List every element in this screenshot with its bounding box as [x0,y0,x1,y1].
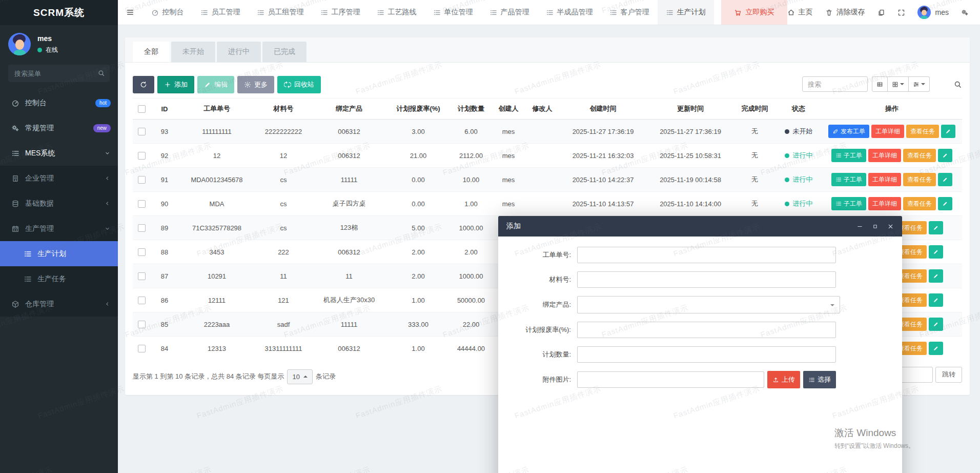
sidebar-item-MES系统[interactable]: MES系统 [0,141,118,166]
sidebar-item-生产计划[interactable]: 生产计划 [0,241,118,266]
export-button[interactable] [909,76,930,92]
doc-button[interactable] [877,9,885,16]
sidebar-item-生产管理[interactable]: 生产管理 [0,216,118,241]
field-input[interactable] [577,322,836,338]
sidebar-item-控制台[interactable]: 控制台hot [0,90,118,115]
task-button[interactable]: 查看任务 [906,125,939,138]
task-button[interactable]: 查看任务 [903,149,936,162]
sub-button[interactable]: 子工单 [831,173,866,186]
close-icon[interactable] [887,223,894,230]
column-header-创建时间[interactable]: 创建时间 [559,98,647,120]
add-button[interactable]: 添加 [157,76,194,93]
sub-button[interactable]: 子工单 [831,149,866,162]
top-tab-生产计划[interactable]: 生产计划 [658,0,714,25]
buy-now-button[interactable]: 立即购买 [721,0,787,25]
sidebar-item-仓库管理[interactable]: 仓库管理 [0,291,118,317]
top-tab-单位管理[interactable]: 单位管理 [425,0,481,25]
row-checkbox[interactable] [138,272,146,280]
column-header-ID[interactable]: ID [150,98,179,120]
task-button[interactable]: 查看任务 [903,173,936,186]
row-checkbox[interactable] [138,200,146,208]
row-checkbox[interactable] [138,321,146,328]
hamburger-icon[interactable] [118,0,143,25]
page-jump-button[interactable]: 跳转 [935,367,962,383]
home-button[interactable]: 主页 [787,8,813,17]
column-header-绑定产品[interactable]: 绑定产品 [312,98,386,120]
row-checkbox[interactable] [138,128,146,135]
sidebar-item-常规管理[interactable]: 常规管理new [0,115,118,141]
column-header-材料号[interactable]: 材料号 [255,98,312,120]
menu-search-input[interactable] [8,65,110,82]
top-tab-工艺路线[interactable]: 工艺路线 [369,0,425,25]
edit-button[interactable]: 编辑 [197,76,234,93]
row-checkbox[interactable] [138,224,146,232]
top-tab-员工管理[interactable]: 员工管理 [192,0,249,25]
task-button[interactable]: 查看任务 [903,197,936,210]
field-select[interactable] [577,296,840,313]
top-tab-工序管理[interactable]: 工序管理 [312,0,369,25]
column-header-计划数量[interactable]: 计划数量 [451,98,492,120]
filter-tab-全部[interactable]: 全部 [133,42,170,62]
row-checkbox[interactable] [138,152,146,160]
attachment-input[interactable] [577,371,764,388]
columns-button[interactable] [888,76,909,92]
filter-tab-进行中[interactable]: 进行中 [217,42,261,62]
column-header-状态[interactable]: 状态 [775,98,822,120]
column-header-计划报废率(%)[interactable]: 计划报废率(%) [386,98,451,120]
recycle-bin-button[interactable]: 回收站 [277,76,321,93]
refresh-button[interactable] [133,76,154,93]
top-tab-产品管理[interactable]: 产品管理 [481,0,538,25]
add-dialog-header[interactable]: 添加 [498,216,902,236]
edit-button[interactable] [929,318,943,331]
field-input[interactable] [577,346,836,363]
column-header-操作[interactable]: 操作 [822,98,962,120]
user-menu[interactable]: mes [917,6,949,19]
row-checkbox[interactable] [138,176,146,184]
column-header-工单单号[interactable]: 工单单号 [179,98,255,120]
minimize-icon[interactable] [856,223,863,230]
edit-button[interactable] [929,245,943,259]
edit-button[interactable] [941,125,955,138]
maximize-icon[interactable] [872,223,879,230]
row-checkbox[interactable] [138,248,146,256]
field-input[interactable] [577,271,836,288]
settings-button[interactable] [961,9,969,16]
sub-button[interactable]: 子工单 [831,197,866,210]
edit-button[interactable] [938,149,952,162]
column-header-完成时间[interactable]: 完成时间 [734,98,775,120]
panel-search-icon[interactable] [953,80,962,89]
column-header-创建人[interactable]: 创建人 [492,98,525,120]
upload-button[interactable]: 上传 [767,371,800,388]
sidebar-item-生产任务[interactable]: 生产任务 [0,266,118,291]
sidebar-item-基础数据[interactable]: 基础数据 [0,191,118,216]
top-tab-控制台[interactable]: 控制台 [143,0,192,25]
column-header-更新时间[interactable]: 更新时间 [647,98,734,120]
more-button[interactable]: 更多 [237,76,274,93]
common-search-toggle-button[interactable] [872,76,888,92]
edit-button[interactable] [929,269,943,283]
top-tab-员工组管理[interactable]: 员工组管理 [249,0,312,25]
clear-cache-button[interactable]: 清除缓存 [825,8,865,17]
sidebar-item-企业管理[interactable]: 企业管理 [0,166,118,191]
table-search-input[interactable] [802,76,868,92]
fullscreen-button[interactable] [897,9,905,16]
field-input[interactable] [577,247,836,263]
row-checkbox[interactable] [138,345,146,352]
detail-button[interactable]: 工单详细 [868,173,901,186]
edit-button[interactable] [938,173,952,186]
publish-button[interactable]: 发布工单 [828,125,869,138]
edit-button[interactable] [929,342,943,355]
detail-button[interactable]: 工单详细 [871,125,904,138]
filter-tab-已完成[interactable]: 已完成 [262,42,307,62]
top-tab-客户管理[interactable]: 客户管理 [601,0,658,25]
top-tab-半成品管理[interactable]: 半成品管理 [538,0,601,25]
choose-button[interactable]: 选择 [803,371,836,388]
edit-button[interactable] [929,221,943,234]
edit-button[interactable] [938,197,952,210]
column-header-修改人[interactable]: 修改人 [525,98,559,120]
detail-button[interactable]: 工单详细 [868,197,901,210]
filter-tab-未开始[interactable]: 未开始 [171,42,215,62]
edit-button[interactable] [929,293,943,307]
detail-button[interactable]: 工单详细 [868,149,901,162]
page-size-select[interactable]: 10 [287,369,312,384]
